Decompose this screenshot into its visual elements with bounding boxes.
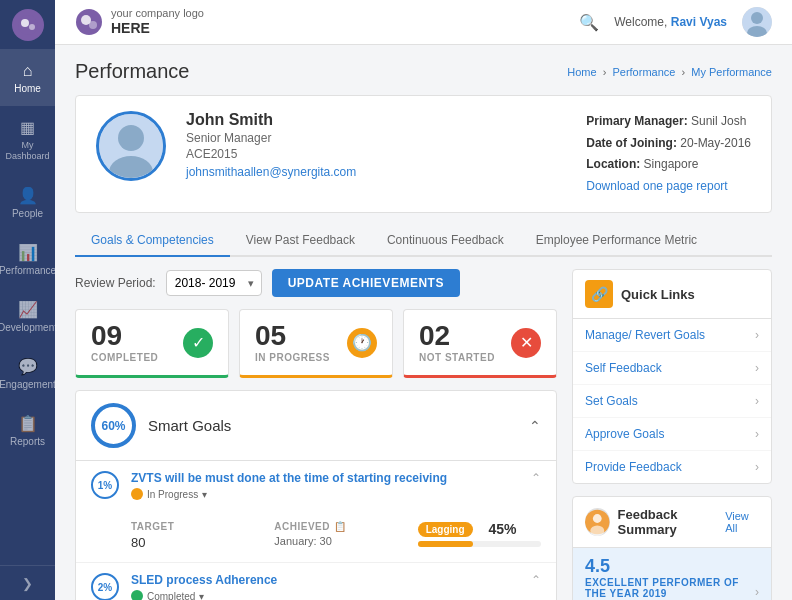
- goal-title-2: SLED process Adherence: [131, 573, 519, 587]
- feedback-summary-title: Feedback Summary: [618, 507, 726, 537]
- quick-links-header: 🔗 Quick Links: [573, 270, 771, 319]
- profile-role: Senior Manager: [186, 131, 566, 145]
- quick-links-card: 🔗 Quick Links Manage/ Revert Goals › Sel…: [572, 269, 772, 484]
- achieved-pct-1: 45%: [489, 521, 517, 537]
- stat-card-notstarted: 02 NOT STARTED ✕: [403, 309, 557, 378]
- goal-achieved-col: ACHIEVED 📋 January: 30: [274, 521, 397, 547]
- tab-performance-metric[interactable]: Employee Performance Metric: [520, 225, 713, 257]
- quick-link-self-feedback[interactable]: Self Feedback ›: [573, 352, 771, 385]
- user-avatar[interactable]: [742, 7, 772, 37]
- feedback-type-1: EXCELLENT PERFORMER OF THE YEAR 2019: [585, 577, 755, 599]
- goal-header-2[interactable]: 2% SLED process Adherence Completed ▾ ⌃: [76, 563, 556, 600]
- goal-status-dot-2: [131, 590, 143, 600]
- sidebar-logo: [0, 0, 55, 50]
- sidebar-item-people[interactable]: 👤 People: [0, 174, 55, 231]
- goal-details-row-1: TARGET 80 ACHIEVED 📋 January: 30: [131, 521, 541, 550]
- page-header: Performance Home › Performance › My Perf…: [75, 60, 772, 83]
- sidebar-item-label: Development: [0, 322, 57, 333]
- target-label-1: TARGET: [131, 521, 254, 532]
- quick-link-approve-goals[interactable]: Approve Goals ›: [573, 418, 771, 451]
- goal-progress-col: Lagging 45%: [418, 521, 541, 547]
- quick-link-provide-feedback[interactable]: Provide Feedback ›: [573, 451, 771, 483]
- stat-label-inprogress: IN PROGRESS: [255, 352, 330, 363]
- sidebar-item-engagement[interactable]: 💬 Engagement: [0, 345, 55, 402]
- feedback-summary-card: Feedback Summary View All 4.5 EXCELLENT …: [572, 496, 772, 600]
- chevron-right-icon: ›: [755, 328, 759, 342]
- completed-icon: ✓: [183, 328, 213, 358]
- people-icon: 👤: [18, 186, 38, 205]
- view-all-link[interactable]: View All: [725, 510, 759, 534]
- feedback-summary-header: Feedback Summary View All: [573, 497, 771, 548]
- goals-percent-circle: 60%: [91, 403, 136, 448]
- goal-status-dot-1: [131, 488, 143, 500]
- goal-target-col: TARGET 80: [131, 521, 254, 550]
- quick-link-set-goals[interactable]: Set Goals ›: [573, 385, 771, 418]
- stat-left-completed: 09 COMPLETED: [91, 322, 158, 363]
- download-report-link[interactable]: Download one page report: [586, 179, 727, 193]
- goals-collapse-button[interactable]: ⌃: [529, 418, 541, 434]
- search-icon[interactable]: 🔍: [579, 13, 599, 32]
- profile-avatar: [96, 111, 166, 181]
- svg-point-10: [118, 125, 144, 151]
- review-period-select[interactable]: 2018- 2019 2017- 2018 2019- 2020: [166, 270, 262, 296]
- welcome-text: Welcome, Ravi Vyas: [614, 15, 727, 29]
- quick-link-manage-goals[interactable]: Manage/ Revert Goals ›: [573, 319, 771, 352]
- page-title: Performance: [75, 60, 190, 83]
- svg-point-7: [751, 12, 763, 24]
- goal-num-2: 2%: [91, 573, 119, 600]
- profile-card: John Smith Senior Manager ACE2015 johnsm…: [75, 95, 772, 213]
- engagement-icon: 💬: [18, 357, 38, 376]
- tab-goals[interactable]: Goals & Competencies: [75, 225, 230, 257]
- breadcrumb-home[interactable]: Home: [567, 66, 596, 78]
- profile-info: John Smith Senior Manager ACE2015 johnsm…: [186, 111, 566, 197]
- goal-item-1: 1% ZVTS will be must done at the time of…: [76, 461, 556, 563]
- goal-status-2[interactable]: Completed ▾: [131, 590, 204, 600]
- progress-bar-1: [418, 541, 473, 547]
- content-right: 🔗 Quick Links Manage/ Revert Goals › Sel…: [572, 269, 772, 600]
- sidebar-item-home[interactable]: ⌂ Home: [0, 50, 55, 106]
- svg-point-2: [29, 24, 35, 30]
- stat-card-completed: 09 COMPLETED ✓: [75, 309, 229, 378]
- goals-title: Smart Goals: [148, 417, 231, 434]
- feedback-item-left-1: 4.5 EXCELLENT PERFORMER OF THE YEAR 2019…: [585, 556, 755, 600]
- goal-expand-2[interactable]: ⌃: [531, 573, 541, 587]
- update-achievements-button[interactable]: UPDATE ACHIEVEMENTS: [272, 269, 460, 297]
- stat-number-notstarted: 02: [419, 322, 495, 350]
- feedback-item-1[interactable]: 4.5 EXCELLENT PERFORMER OF THE YEAR 2019…: [573, 548, 771, 600]
- profile-email[interactable]: johnsmithaallen@synergita.com: [186, 165, 566, 179]
- goal-status-1[interactable]: In Progress ▾: [131, 488, 207, 500]
- dashboard-icon: ▦: [20, 118, 35, 137]
- target-value-1: 80: [131, 535, 254, 550]
- reports-icon: 📋: [18, 414, 38, 433]
- tab-continuous-feedback[interactable]: Continuous Feedback: [371, 225, 520, 257]
- progress-bar-wrap-1: [418, 541, 541, 547]
- tab-past-feedback[interactable]: View Past Feedback: [230, 225, 371, 257]
- svg-point-14: [590, 526, 604, 536]
- achieved-date-1: January: 30: [274, 535, 397, 547]
- topbar: your company logo HERE 🔍 Welcome, Ravi V…: [55, 0, 792, 45]
- sidebar-expand-button[interactable]: ❯: [0, 565, 55, 600]
- sidebar-item-reports[interactable]: 📋 Reports: [0, 402, 55, 459]
- quick-links-icon: 🔗: [585, 280, 613, 308]
- goals-header-left: 60% Smart Goals: [91, 403, 231, 448]
- chevron-right-icon-5: ›: [755, 460, 759, 474]
- chevron-right-icon-2: ›: [755, 361, 759, 375]
- breadcrumb-current: My Performance: [691, 66, 772, 78]
- home-icon: ⌂: [23, 62, 33, 80]
- feedback-summary-left: Feedback Summary: [585, 507, 725, 537]
- stat-number-completed: 09: [91, 322, 158, 350]
- breadcrumb: Home › Performance › My Performance: [567, 66, 772, 78]
- svg-point-13: [593, 514, 602, 523]
- profile-avatar-wrap: [96, 111, 166, 197]
- stat-number-inprogress: 05: [255, 322, 330, 350]
- quick-links-title: Quick Links: [621, 287, 695, 302]
- sidebar-item-performance[interactable]: 📊 Performance: [0, 231, 55, 288]
- sidebar-item-dashboard[interactable]: ▦ My Dashboard: [0, 106, 55, 174]
- stat-left-inprogress: 05 IN PROGRESS: [255, 322, 330, 363]
- goal-header-1[interactable]: 1% ZVTS will be must done at the time of…: [76, 461, 556, 513]
- goal-expand-1[interactable]: ⌃: [531, 471, 541, 485]
- lagging-badge: Lagging: [418, 522, 473, 537]
- goal-content-1: ZVTS will be must done at the time of st…: [131, 471, 519, 503]
- review-row: Review Period: 2018- 2019 2017- 2018 201…: [75, 269, 557, 297]
- sidebar-item-development[interactable]: 📈 Development: [0, 288, 55, 345]
